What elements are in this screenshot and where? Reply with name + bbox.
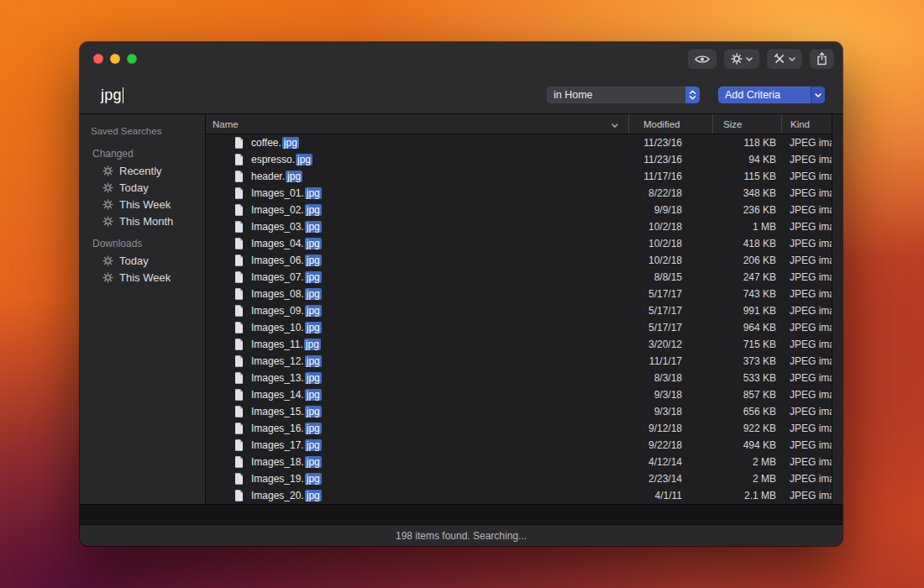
close-button[interactable] [93, 54, 103, 64]
document-icon [234, 238, 244, 249]
action-menu-button[interactable] [724, 50, 759, 69]
size-cell: 743 KB [712, 288, 781, 300]
sidebar-item-today-downloads[interactable]: Today [80, 252, 205, 269]
file-name: espresso.jpg [251, 154, 312, 165]
file-name-cell: Images_08.jpg [206, 288, 628, 300]
file-name-cell: espresso.jpg [206, 154, 628, 165]
table-row[interactable]: Images_08.jpg 5/17/17 743 KB JPEG image [206, 286, 843, 302]
add-criteria-select[interactable]: Add Criteria [718, 87, 825, 103]
table-row[interactable]: Images_17.jpg 9/22/18 494 KB JPEG image [206, 437, 843, 454]
table-row[interactable]: Images_02.jpg 9/9/18 236 KB JPEG image [206, 202, 843, 218]
sidebar-item-this-month[interactable]: This Month [80, 213, 205, 229]
share-button[interactable] [810, 50, 834, 69]
sort-chevron-icon [612, 119, 618, 129]
file-name: header.jpg [251, 171, 302, 182]
document-icon [234, 221, 244, 233]
table-row[interactable]: Images_15.jpg 9/3/18 656 KB JPEG image [206, 403, 843, 420]
sidebar-item-this-week-changed[interactable]: This Week [80, 196, 205, 213]
modified-cell: 9/22/18 [628, 439, 712, 451]
search-match-highlight: jpg [305, 271, 322, 283]
file-name-cell: header.jpg [206, 171, 628, 182]
modified-cell: 5/17/17 [628, 305, 712, 317]
table-row[interactable]: Images_07.jpg 8/8/15 247 KB JPEG image [206, 269, 843, 286]
chevron-down-icon [789, 57, 795, 61]
search-match-highlight: jpg [305, 288, 322, 300]
file-name: Images_02.jpg [251, 204, 322, 216]
vertical-scrollbar[interactable] [832, 114, 843, 504]
table-row[interactable]: Images_04.jpg 10/2/18 418 KB JPEG image [206, 235, 843, 252]
document-icon [234, 355, 244, 367]
document-icon [234, 423, 244, 434]
file-name: Images_18.jpg [251, 456, 322, 468]
zoom-button[interactable] [127, 54, 137, 64]
table-row[interactable]: Images_06.jpg 10/2/18 206 KB JPEG image [206, 252, 843, 269]
size-cell: 236 KB [712, 204, 781, 216]
size-cell: 348 KB [712, 187, 781, 199]
size-cell: 1 MB [712, 221, 781, 233]
size-cell: 2.1 MB [712, 490, 781, 501]
modified-cell: 8/3/18 [628, 372, 712, 384]
titlebar[interactable] [80, 42, 843, 76]
table-row[interactable]: Images_19.jpg 2/23/14 2 MB JPEG image [206, 470, 843, 487]
sidebar: Saved Searches Changed Recently Today Th… [80, 114, 206, 504]
search-match-highlight: jpg [296, 154, 312, 165]
document-icon [234, 171, 244, 182]
tools-icon [774, 53, 785, 65]
table-row[interactable]: Images_10.jpg 5/17/17 964 KB JPEG image [206, 319, 843, 336]
search-match-highlight: jpg [305, 456, 322, 468]
size-cell: 991 KB [712, 305, 781, 317]
modified-cell: 3/20/12 [628, 339, 712, 350]
search-input[interactable]: jpg [101, 87, 123, 104]
table-row[interactable]: Images_09.jpg 5/17/17 991 KB JPEG image [206, 302, 843, 319]
quick-look-button[interactable] [688, 50, 717, 69]
modified-cell: 8/22/18 [628, 187, 712, 199]
table-row[interactable]: Images_18.jpg 4/12/14 2 MB JPEG image [206, 454, 843, 470]
search-filters: in Home Add Criteria [547, 87, 843, 103]
bottom-strip [80, 504, 843, 524]
table-row[interactable]: header.jpg 11/17/16 115 KB JPEG image [206, 168, 843, 185]
table-row[interactable]: Images_03.jpg 10/2/18 1 MB JPEG image [206, 218, 843, 235]
file-name: Images_12.jpg [251, 355, 322, 367]
file-name-cell: coffee.jpg [206, 137, 628, 149]
sidebar-item-label: This Month [119, 215, 173, 228]
size-cell: 94 KB [712, 154, 781, 165]
file-name: Images_11.jpg [251, 339, 321, 350]
document-icon [234, 439, 244, 451]
file-name: Images_14.jpg [251, 389, 322, 401]
column-header-name[interactable]: Name [206, 114, 628, 134]
gear-icon [731, 53, 743, 65]
search-scope-select[interactable]: in Home [547, 87, 700, 103]
table-row[interactable]: Images_20.jpg 4/1/11 2.1 MB JPEG image [206, 487, 843, 504]
file-name: Images_06.jpg [251, 255, 322, 266]
modified-cell: 2/23/14 [628, 473, 712, 485]
minimize-button[interactable] [110, 54, 120, 64]
sidebar-item-recently[interactable]: Recently [80, 162, 205, 179]
search-match-highlight: jpg [305, 423, 322, 434]
modified-cell: 9/3/18 [628, 406, 712, 417]
table-row[interactable]: Images_14.jpg 9/3/18 857 KB JPEG image [206, 386, 843, 403]
column-header-modified[interactable]: Modified [628, 114, 712, 134]
tools-menu-button[interactable] [767, 50, 802, 69]
search-match-highlight: jpg [305, 372, 322, 384]
file-name-cell: Images_11.jpg [206, 339, 628, 350]
table-row[interactable]: espresso.jpg 11/23/16 94 KB JPEG image [206, 151, 843, 168]
file-name-cell: Images_12.jpg [206, 355, 628, 367]
file-name: Images_09.jpg [251, 305, 322, 317]
gear-icon [102, 272, 113, 283]
document-icon [234, 271, 244, 283]
table-row[interactable]: Images_11.jpg 3/20/12 715 KB JPEG image [206, 336, 843, 353]
table-row[interactable]: Images_13.jpg 8/3/18 533 KB JPEG image [206, 370, 843, 386]
table-row[interactable]: coffee.jpg 11/23/16 118 KB JPEG image [206, 134, 843, 151]
sidebar-item-label: Today [119, 181, 149, 194]
table-row[interactable]: Images_12.jpg 11/1/17 373 KB JPEG image [206, 353, 843, 370]
column-headers: Name Modified Size Kind [206, 114, 843, 134]
sidebar-item-this-week-downloads[interactable]: This Week [80, 269, 205, 286]
file-name: Images_04.jpg [251, 238, 322, 249]
search-match-highlight: jpg [305, 406, 322, 417]
column-header-size[interactable]: Size [712, 114, 781, 134]
file-name-cell: Images_01.jpg [206, 187, 628, 199]
table-row[interactable]: Images_01.jpg 8/22/18 348 KB JPEG image [206, 185, 843, 202]
sidebar-item-today-changed[interactable]: Today [80, 179, 205, 196]
search-match-highlight: jpg [305, 473, 322, 485]
table-row[interactable]: Images_16.jpg 9/12/18 922 KB JPEG image [206, 420, 843, 437]
